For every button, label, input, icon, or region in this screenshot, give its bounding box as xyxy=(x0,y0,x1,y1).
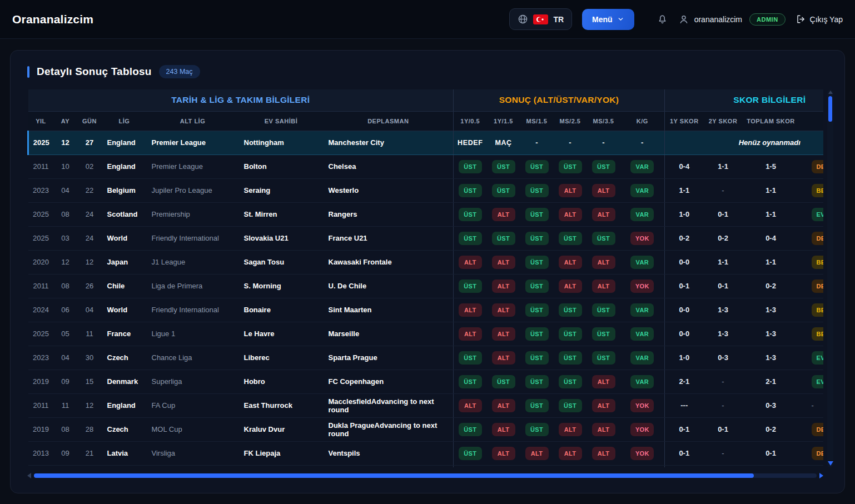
match-row[interactable]: 20111112EnglandFA CupEast ThurrockMaccle… xyxy=(28,393,824,417)
match-row[interactable]: 20230422BelgiumJupiler Pro LeagueSeraing… xyxy=(28,178,824,202)
menu-button[interactable]: Menü xyxy=(582,9,634,30)
scroll-down-arrow-icon[interactable] xyxy=(828,461,833,466)
title-accent-bar xyxy=(27,66,29,78)
total-score-cell: 0-2 xyxy=(743,274,799,298)
result-cell: VAR xyxy=(620,346,665,370)
match-row[interactable]: 20250324WorldFriendly InternationalSlova… xyxy=(28,226,824,250)
admin-role-badge: ADMIN xyxy=(749,13,786,26)
year-cell: 2025 xyxy=(28,322,54,346)
result-cell: YOK xyxy=(620,274,665,298)
results-panel: Detaylı Sonuç Tablosu 243 Maç TARİH & Lİ… xyxy=(10,50,845,493)
away-team-cell: Westerlo xyxy=(324,178,454,202)
vertical-scrollbar[interactable] xyxy=(827,89,833,467)
second-half-score-cell: - xyxy=(704,393,743,417)
subleague-cell: Liga de Primera xyxy=(147,274,239,298)
username: orananalizcim xyxy=(694,15,742,24)
first-half-outcome-cell: EV xyxy=(799,202,823,226)
month-cell: 12 xyxy=(54,131,77,154)
subleague-cell: Premier League xyxy=(147,131,239,154)
result-cell: ALT xyxy=(487,202,520,226)
column-header: AY xyxy=(54,111,77,131)
league-cell: Chile xyxy=(102,274,147,298)
match-row[interactable]: 20130921LatviaVirsligaFK LiepajaVentspil… xyxy=(28,441,824,465)
day-cell: 30 xyxy=(77,346,102,370)
subleague-cell: Premier League xyxy=(147,154,239,178)
result-cell: YOK xyxy=(620,226,665,250)
result-badge: ALT xyxy=(592,280,615,293)
match-row[interactable]: 20190828CzechMOL CupKraluv DvurDukla Pra… xyxy=(28,417,824,441)
result-cell: ALT xyxy=(520,441,554,465)
match-row[interactable]: 20240604WorldFriendly InternationalBonai… xyxy=(28,298,824,322)
column-group-header: TARİH & LİG & TAKIM BİLGİLERİ xyxy=(28,89,454,111)
outcome-badge: BER xyxy=(812,256,823,269)
away-team-cell: Rangers xyxy=(324,202,454,226)
result-badge: YOK xyxy=(630,447,654,460)
match-row[interactable]: 20201212JapanJ1 LeagueSagan TosuKawasaki… xyxy=(28,250,824,274)
result-badge: ALT xyxy=(559,447,582,460)
language-selector[interactable]: TR xyxy=(509,8,572,30)
month-cell: 09 xyxy=(54,441,77,465)
first-half-score-cell: 0-0 xyxy=(665,322,704,346)
match-row[interactable]: 20190915DenmarkSuperligaHobroFC Copenhag… xyxy=(28,370,824,393)
subleague-cell: Superliga xyxy=(147,370,239,393)
result-badge: VAR xyxy=(630,351,654,365)
home-team-cell: Sagan Tosu xyxy=(239,250,324,274)
scroll-left-arrow-icon[interactable] xyxy=(27,473,31,478)
horizontal-scroll-thumb[interactable] xyxy=(34,473,754,478)
first-half-score-cell: 0-1 xyxy=(665,417,704,441)
result-cell: VAR xyxy=(620,178,665,202)
outcome-badge: DEP xyxy=(812,160,823,173)
first-half-score-cell: 1-0 xyxy=(665,202,704,226)
home-team-cell: Hobro xyxy=(239,370,324,393)
result-badge: ÜST xyxy=(459,232,482,245)
away-team-cell: France U21 xyxy=(324,226,454,250)
year-cell: 2025 xyxy=(28,131,54,154)
result-badge: ALT xyxy=(492,256,515,269)
match-row[interactable]: 20111002EnglandPremier LeagueBoltonChels… xyxy=(28,154,824,178)
result-cell: ALT xyxy=(587,370,620,393)
subleague-cell: Ligue 1 xyxy=(147,322,239,346)
month-cell: 08 xyxy=(54,274,77,298)
first-half-score-cell: 0-0 xyxy=(665,250,704,274)
scroll-right-arrow-icon[interactable] xyxy=(819,473,823,478)
result-badge: ÜST xyxy=(492,375,515,388)
match-row[interactable]: 20110826ChileLiga de PrimeraS. MorningU.… xyxy=(28,274,824,298)
result-badge: ÜST xyxy=(559,160,582,173)
notifications-button[interactable] xyxy=(657,13,668,25)
target-label-cell: HEDEF xyxy=(454,131,487,154)
result-badge: ALT xyxy=(559,256,582,269)
match-row[interactable]: 20250824ScotlandPremiershipSt. MirrenRan… xyxy=(28,202,824,226)
language-code: TR xyxy=(553,15,564,24)
league-cell: England xyxy=(102,154,147,178)
group-header-row: TARİH & LİG & TAKIM BİLGİLERİSONUÇ (ALT/… xyxy=(28,89,824,111)
result-badge: ALT xyxy=(592,208,615,221)
scroll-up-arrow-icon[interactable] xyxy=(828,91,833,94)
result-badge: ALT xyxy=(492,327,515,341)
result-cell: ÜST xyxy=(520,178,554,202)
second-half-score-cell: 1-3 xyxy=(704,322,743,346)
pending-result-cell: - xyxy=(587,131,620,154)
outcome-badge: EV xyxy=(812,375,823,388)
outcome-badge: BER xyxy=(812,327,823,341)
first-half-score-cell: 1-0 xyxy=(665,346,704,370)
year-cell: 2013 xyxy=(28,441,54,465)
app-logo: Orananalizcim xyxy=(12,13,93,26)
subleague-cell: Virsliga xyxy=(147,441,239,465)
horizontal-scrollbar[interactable] xyxy=(27,473,823,478)
result-cell: ALT xyxy=(587,274,620,298)
match-row[interactable]: 20230430CzechChance LigaLiberecSparta Pr… xyxy=(28,346,824,370)
horizontal-scroll-track[interactable] xyxy=(34,473,817,478)
column-header: EV SAHİBİ xyxy=(239,111,324,131)
result-badge: ALT xyxy=(492,208,515,221)
day-cell: 04 xyxy=(77,298,102,322)
league-cell: Czech xyxy=(102,417,147,441)
month-cell xyxy=(54,465,77,467)
target-match-row[interactable]: 20251227EnglandPremier LeagueNottinghamM… xyxy=(28,131,824,154)
away-team-cell: U. De Chile xyxy=(324,274,454,298)
logout-button[interactable]: Çıkış Yap xyxy=(796,14,843,24)
vertical-scroll-thumb[interactable] xyxy=(828,96,832,122)
result-cell: ALT xyxy=(587,250,620,274)
match-row-partial[interactable]: ÜSTALTÜSTALTALTYOK xyxy=(28,465,824,467)
result-cell: ALT xyxy=(487,465,520,467)
match-row[interactable]: 20250511FranceLigue 1Le HavreMarseilleAL… xyxy=(28,322,824,346)
